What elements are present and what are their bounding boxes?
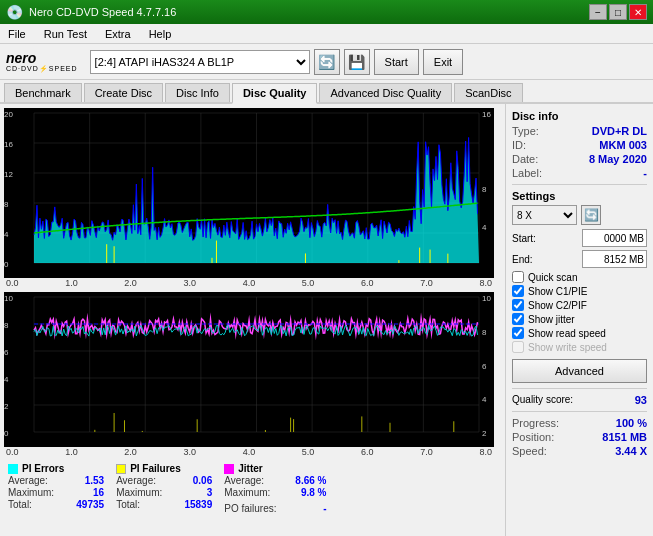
drive-select[interactable]: [2:4] ATAPI iHAS324 A BL1P: [90, 50, 310, 74]
quality-score-row: Quality score: 93: [512, 394, 647, 406]
po-failures-row: PO failures: -: [224, 503, 326, 514]
app-icon: 💿: [6, 4, 23, 20]
show-c2pif-checkbox[interactable]: [512, 299, 524, 311]
logo: nero CD·DVD⚡SPEED: [6, 51, 78, 72]
bottom-chart-wrapper: 0.0 1.0 2.0 3.0 4.0 5.0 6.0 7.0 8.0: [4, 292, 501, 457]
show-jitter-checkbox[interactable]: [512, 313, 524, 325]
pi-errors-total: Total: 49735: [8, 499, 104, 510]
toolbar: nero CD·DVD⚡SPEED [2:4] ATAPI iHAS324 A …: [0, 44, 653, 80]
top-chart-wrapper: 0.0 1.0 2.0 3.0 4.0 5.0 6.0 7.0 8.0: [4, 108, 501, 288]
quick-scan-row: Quick scan: [512, 271, 647, 283]
show-c1pie-row: Show C1/PIE: [512, 285, 647, 297]
title-bar-left: 💿 Nero CD-DVD Speed 4.7.7.16: [6, 4, 176, 20]
stats-row: PI Errors Average: 1.53 Maximum: 16 Tota…: [4, 461, 501, 516]
maximize-button[interactable]: □: [609, 4, 627, 20]
jitter-max: Maximum: 9.8 %: [224, 487, 326, 498]
jitter-header: Jitter: [224, 463, 326, 474]
pi-failures-max: Maximum: 3: [116, 487, 212, 498]
pi-errors-stats: PI Errors Average: 1.53 Maximum: 16 Tota…: [8, 463, 104, 514]
bottom-chart: [4, 292, 494, 447]
exit-button[interactable]: Exit: [423, 49, 463, 75]
pi-failures-color: [116, 464, 126, 474]
show-c1pie-checkbox[interactable]: [512, 285, 524, 297]
pi-failures-stats: PI Failures Average: 0.06 Maximum: 3 Tot…: [116, 463, 212, 514]
jitter-stats: Jitter Average: 8.66 % Maximum: 9.8 % PO…: [224, 463, 326, 514]
save-button[interactable]: 💾: [344, 49, 370, 75]
tabs: Benchmark Create Disc Disc Info Disc Qua…: [0, 80, 653, 104]
title-bar: 💿 Nero CD-DVD Speed 4.7.7.16 − □ ✕: [0, 0, 653, 24]
title-bar-controls: − □ ✕: [589, 4, 647, 20]
settings-title: Settings: [512, 190, 647, 202]
chart-area: 0.0 1.0 2.0 3.0 4.0 5.0 6.0 7.0 8.0 0.0 …: [0, 104, 505, 536]
pi-errors-max: Maximum: 16: [8, 487, 104, 498]
pi-errors-header: PI Errors: [8, 463, 104, 474]
refresh-drive-button[interactable]: 🔄: [314, 49, 340, 75]
menu-help[interactable]: Help: [145, 26, 176, 42]
show-read-speed-checkbox[interactable]: [512, 327, 524, 339]
tab-disc-quality[interactable]: Disc Quality: [232, 83, 318, 104]
title-bar-title: Nero CD-DVD Speed 4.7.7.16: [29, 6, 176, 18]
tab-scandisc[interactable]: ScanDisc: [454, 83, 522, 102]
pi-errors-color: [8, 464, 18, 474]
disc-date-row: Date: 8 May 2020: [512, 153, 647, 165]
bottom-chart-x-axis: 0.0 1.0 2.0 3.0 4.0 5.0 6.0 7.0 8.0: [4, 447, 494, 457]
tab-benchmark[interactable]: Benchmark: [4, 83, 82, 102]
pi-failures-total: Total: 15839: [116, 499, 212, 510]
tab-create-disc[interactable]: Create Disc: [84, 83, 163, 102]
menu-bar: File Run Test Extra Help: [0, 24, 653, 44]
tab-disc-info[interactable]: Disc Info: [165, 83, 230, 102]
speed-row: 8 X 4 X 2 X 1 X 🔄: [512, 205, 647, 225]
disc-label-row: Label: -: [512, 167, 647, 179]
speed-row-progress: Speed: 3.44 X: [512, 445, 647, 457]
right-panel: Disc info Type: DVD+R DL ID: MKM 003 Dat…: [505, 104, 653, 536]
quick-scan-checkbox[interactable]: [512, 271, 524, 283]
disc-id-row: ID: MKM 003: [512, 139, 647, 151]
start-mb-input[interactable]: 0000 MB: [582, 229, 647, 247]
tab-advanced-disc-quality[interactable]: Advanced Disc Quality: [319, 83, 452, 102]
disc-type-row: Type: DVD+R DL: [512, 125, 647, 137]
pi-failures-avg: Average: 0.06: [116, 475, 212, 486]
advanced-button[interactable]: Advanced: [512, 359, 647, 383]
show-write-speed-checkbox: [512, 341, 524, 353]
menu-run-test[interactable]: Run Test: [40, 26, 91, 42]
main-content: 0.0 1.0 2.0 3.0 4.0 5.0 6.0 7.0 8.0 0.0 …: [0, 104, 653, 536]
show-write-speed-row: Show write speed: [512, 341, 647, 353]
show-c2pif-row: Show C2/PIF: [512, 299, 647, 311]
pi-errors-avg: Average: 1.53: [8, 475, 104, 486]
start-mb-row: Start: 0000 MB: [512, 229, 647, 247]
close-button[interactable]: ✕: [629, 4, 647, 20]
menu-extra[interactable]: Extra: [101, 26, 135, 42]
logo-nero: nero: [6, 51, 78, 65]
end-mb-input[interactable]: 8152 MB: [582, 250, 647, 268]
pi-failures-header: PI Failures: [116, 463, 212, 474]
refresh-button[interactable]: 🔄: [581, 205, 601, 225]
menu-file[interactable]: File: [4, 26, 30, 42]
end-mb-row: End: 8152 MB: [512, 250, 647, 268]
top-chart: [4, 108, 494, 278]
minimize-button[interactable]: −: [589, 4, 607, 20]
jitter-color: [224, 464, 234, 474]
show-read-speed-row: Show read speed: [512, 327, 647, 339]
start-button[interactable]: Start: [374, 49, 419, 75]
divider-1: [512, 184, 647, 185]
divider-2: [512, 388, 647, 389]
top-chart-x-axis: 0.0 1.0 2.0 3.0 4.0 5.0 6.0 7.0 8.0: [4, 278, 494, 288]
speed-select[interactable]: 8 X 4 X 2 X 1 X: [512, 205, 577, 225]
position-row: Position: 8151 MB: [512, 431, 647, 443]
divider-3: [512, 411, 647, 412]
logo-cdspeed: CD·DVD⚡SPEED: [6, 65, 78, 72]
show-jitter-row: Show jitter: [512, 313, 647, 325]
progress-row: Progress: 100 %: [512, 417, 647, 429]
disc-info-title: Disc info: [512, 110, 647, 122]
jitter-avg: Average: 8.66 %: [224, 475, 326, 486]
